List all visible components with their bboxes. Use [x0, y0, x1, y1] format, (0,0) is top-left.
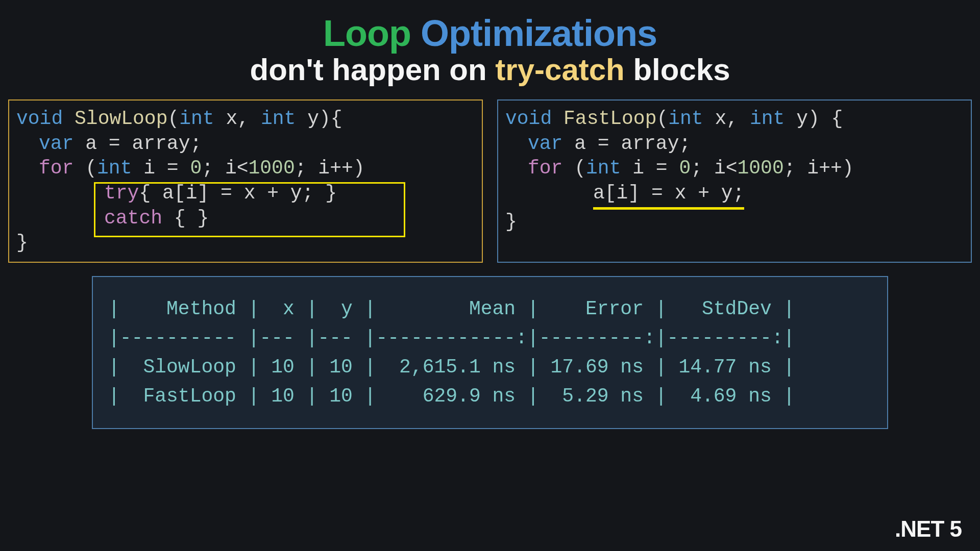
fastloop-code-box: void FastLoop(int x, int y) { var a = ar… [497, 99, 972, 263]
bench-row-slowloop: | SlowLoop | 10 | 10 | 2,615.1 ns | 17.6… [108, 356, 795, 378]
subtitle-highlight: try-catch [495, 53, 624, 87]
fast-assignment-underline: a[i] = x + y; [593, 181, 744, 210]
title-word-optimizations: Optimizations [421, 13, 657, 54]
code-comparison-row: void SlowLoop(int x, int y){ var a = arr… [0, 87, 980, 263]
bench-row-fastloop: | FastLoop | 10 | 10 | 629.9 ns | 5.29 n… [108, 385, 795, 407]
dotnet-version-label: .NET 5 [895, 516, 962, 542]
code-line: for (int i = 0; i<1000; i++) [505, 156, 964, 181]
code-line: try{ a[i] = x + y; } [16, 181, 475, 206]
slide-title: Loop Optimizations don't happen on try-c… [0, 0, 980, 87]
subtitle-pre: don't happen on [250, 53, 495, 87]
code-line: var a = array; [16, 132, 475, 157]
code-line: void FastLoop(int x, int y) { [505, 107, 964, 132]
code-line: for (int i = 0; i<1000; i++) [16, 156, 475, 181]
code-line: var a = array; [505, 132, 964, 157]
code-line: void SlowLoop(int x, int y){ [16, 107, 475, 132]
bench-header: | Method | x | y | Mean | Error | StdDev… [108, 298, 795, 320]
code-line: a[i] = x + y; [505, 181, 964, 210]
code-line: } [505, 210, 964, 235]
subtitle-post: blocks [625, 53, 730, 87]
slowloop-code-box: void SlowLoop(int x, int y){ var a = arr… [8, 99, 483, 263]
bench-divider: |---------- |--- |--- |------------:|---… [108, 327, 795, 349]
code-line: catch { } [16, 206, 475, 231]
code-line: } [16, 231, 475, 256]
title-word-loop: Loop [323, 13, 411, 54]
benchmark-table: | Method | x | y | Mean | Error | StdDev… [92, 276, 888, 429]
